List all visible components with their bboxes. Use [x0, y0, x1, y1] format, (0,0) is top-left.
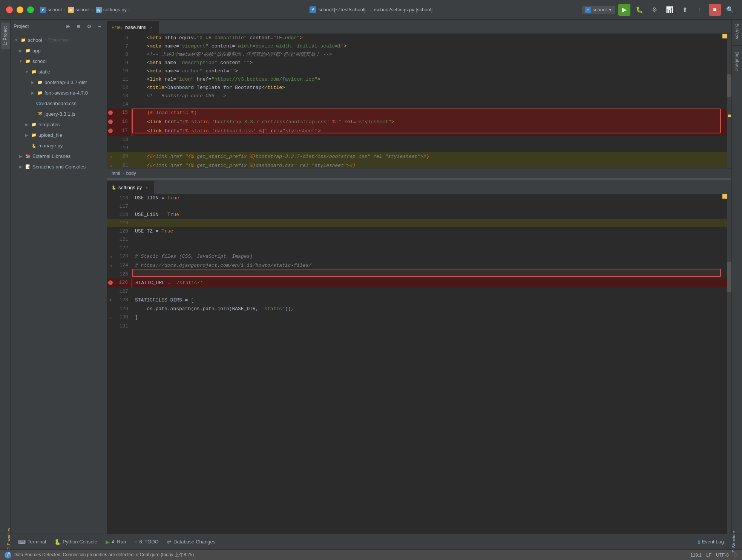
cursor-position[interactable]: 119:1: [690, 552, 702, 558]
breadcrumb-school2[interactable]: school: [75, 7, 90, 12]
line-num-19: 19: [114, 144, 132, 152]
breadcrumb-school1[interactable]: school: [48, 7, 62, 12]
tree-item-dashboard-css[interactable]: CSS dashboard.css: [11, 98, 107, 109]
close-panel-button[interactable]: −: [95, 22, 104, 31]
tree-item-app[interactable]: ▶ 📁 app: [11, 45, 107, 56]
search-everywhere-button[interactable]: 🔍: [724, 4, 736, 16]
terminal-label: Terminal: [28, 539, 46, 545]
tab-base-html[interactable]: HTML base.html ×: [107, 21, 159, 34]
breakpoint-126[interactable]: [108, 280, 113, 285]
project-panel: Project ⊕ ≡ ⚙ − ▼ 📁 school ~/Test/school…: [11, 20, 107, 534]
event-log-icon: ℹ: [698, 539, 700, 545]
minimize-button[interactable]: [17, 6, 23, 13]
breakpoint-16[interactable]: [108, 119, 113, 124]
sciview-tab[interactable]: SciView: [733, 20, 742, 43]
fold-marker-128[interactable]: ▼: [109, 298, 112, 303]
tree-item-manage-py[interactable]: 🐍 manage.py: [11, 140, 107, 151]
tab-settings-py[interactable]: 🐍 settings.py ×: [107, 181, 154, 194]
tree-item-fontawesome[interactable]: ▶ 📁 font-awesome-4.7.0: [11, 87, 107, 98]
python-console-button[interactable]: 🐍 Python Console: [51, 537, 101, 546]
run-config-selector[interactable]: P school ▼: [582, 6, 615, 14]
folder-icon-static: 📁: [31, 69, 37, 75]
editor-scrollbar-bottom[interactable]: [727, 194, 731, 534]
run-button[interactable]: ▶: [618, 4, 630, 16]
breakpoint-15[interactable]: [108, 110, 113, 115]
breakpoint-17[interactable]: [108, 129, 113, 133]
encoding[interactable]: UTF-8: [716, 552, 729, 558]
vcs-update-button[interactable]: ⬆: [679, 4, 691, 16]
event-log-label: Event Log: [702, 539, 724, 545]
collapse-all-button[interactable]: ≡: [74, 22, 83, 31]
coverage-button[interactable]: ⚙: [648, 4, 661, 16]
fold-marker-123[interactable]: ◁: [109, 255, 112, 259]
run-panel-button[interactable]: ▶ 4: Run: [102, 537, 130, 546]
code-editor-top[interactable]: 6 <meta http-equiv="X-UA-Compatible" con…: [107, 34, 731, 168]
tree-item-bootstrap[interactable]: ▶ 📁 bootstrap-3.3.7-dist: [11, 77, 107, 87]
scrollbar-thumb-bottom[interactable]: [727, 262, 731, 292]
line-code-8: <!-- 上述3个meta标签*必须*放在最前面，任何其他内容都*必须*跟随其后…: [132, 50, 731, 59]
line-num-126: 126: [114, 278, 132, 288]
profile-button[interactable]: 📊: [664, 4, 676, 16]
fold-marker-21[interactable]: ◁: [109, 164, 112, 168]
status-bar: i Data Sources Detected: Connection prop…: [0, 549, 742, 560]
code-line-19: 19: [107, 144, 731, 152]
breadcrumb-html[interactable]: html: [112, 171, 120, 176]
code-line-17: 17 <link href="{% static 'dashboard.css'…: [107, 127, 731, 136]
bottom-tab-bar: 🐍 settings.py ×: [107, 180, 731, 194]
close-button[interactable]: [6, 6, 13, 13]
bp-cell-116: [107, 194, 114, 202]
structure-tab[interactable]: Z: Structure: [731, 531, 736, 552]
line-code-130: ]: [132, 313, 731, 322]
line-num-118: 118: [114, 211, 132, 219]
line-ending[interactable]: LF: [706, 552, 711, 558]
top-tab-bar: HTML base.html ×: [107, 20, 731, 34]
python-console-icon: 🐍: [54, 539, 61, 545]
code-line-7: 7 <meta name="viewport" content="width=d…: [107, 42, 731, 50]
editor-scrollbar-top[interactable]: [727, 34, 731, 168]
settings-panel-button[interactable]: ⚙: [85, 22, 93, 31]
tree-item-jquery[interactable]: JS jquery-3.3.1.js: [11, 109, 107, 119]
breadcrumb-chevron: ›: [128, 7, 130, 12]
debug-button[interactable]: 🐛: [633, 4, 645, 16]
code-editor-bottom[interactable]: 116 USE_I10N = True 117 118 USE_L10N = T…: [107, 194, 731, 534]
fold-marker-124[interactable]: ◁: [109, 264, 112, 268]
tree-arrow-fontawesome: ▶: [30, 90, 35, 95]
fold-marker-130[interactable]: △: [109, 316, 112, 320]
fold-marker-20[interactable]: ◁: [109, 155, 112, 159]
status-gear: ⚙: [733, 552, 737, 558]
tree-item-upload-file[interactable]: ▶ 📁 upload_file: [11, 130, 107, 140]
code-line-129: 129 os.path.abspath(os.path.join(BASE_DI…: [107, 305, 731, 313]
scrollbar-thumb-top[interactable]: [727, 74, 731, 97]
db-changes-button[interactable]: ⇄ Database Changes: [163, 537, 219, 546]
todo-button[interactable]: ≡ 6: TODO: [130, 537, 163, 546]
line-code-118: USE_L10N = True: [132, 211, 731, 219]
tree-path-school: ~/Test/school: [45, 38, 70, 42]
breadcrumb-settings[interactable]: settings.py: [103, 7, 127, 12]
code-line-117: 117: [107, 202, 731, 211]
sync-panel-button[interactable]: ⊕: [64, 22, 72, 31]
tree-item-static[interactable]: ▼ 📁 static: [11, 66, 107, 77]
tree-item-scratches[interactable]: ▶ 📝 Scratches and Consoles: [11, 161, 107, 172]
tab-close-base-html[interactable]: ×: [149, 25, 154, 30]
terminal-button[interactable]: ⌨ Terminal: [14, 537, 50, 546]
project-tab[interactable]: 1: Project: [1, 23, 10, 49]
tab-close-settings-py[interactable]: ×: [144, 185, 149, 190]
tree-label-dashboard-css: dashboard.css: [44, 101, 77, 106]
bottom-editor-pane: 🐍 settings.py × 116 USE_I10N = True: [107, 180, 731, 534]
tree-item-school[interactable]: ▼ 📁 school: [11, 56, 107, 66]
tree-item-school-root[interactable]: ▼ 📁 school ~/Test/school: [11, 35, 107, 45]
bp-cell-8: [107, 50, 114, 59]
tree-item-templates[interactable]: ▶ 📁 templates: [11, 119, 107, 130]
line-num-116: 116: [114, 194, 132, 202]
code-line-121: 121: [107, 236, 731, 244]
line-num-122: 122: [114, 244, 132, 252]
breadcrumb-body[interactable]: body: [126, 171, 136, 176]
vcs-commit-button[interactable]: ↑: [694, 4, 706, 16]
line-code-16: <link href="{% static 'bootstrap-3.3.7-d…: [132, 118, 731, 127]
database-tab[interactable]: Database: [733, 48, 742, 75]
tree-item-ext-libs[interactable]: ▶ 📚 External Libraries: [11, 151, 107, 161]
event-log-button[interactable]: ℹ Event Log: [694, 537, 728, 546]
maximize-button[interactable]: [27, 6, 34, 13]
line-code-120: USE_TZ = True: [132, 227, 731, 236]
stop-button[interactable]: ■: [709, 4, 721, 16]
